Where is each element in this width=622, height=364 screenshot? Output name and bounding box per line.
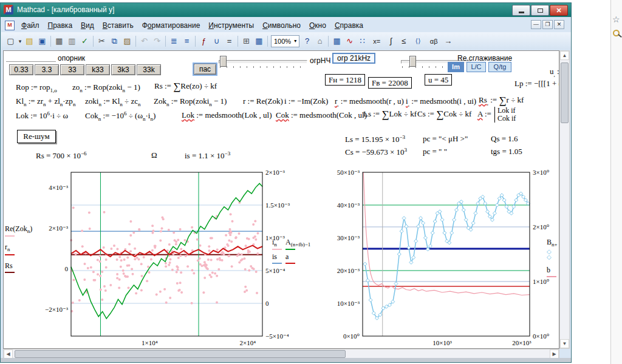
spell-check-icon[interactable]: ✓ xyxy=(78,35,91,47)
lc-button[interactable]: L/C xyxy=(466,62,486,72)
scroll-up-button[interactable]: ▲ xyxy=(560,51,569,60)
new-dropdown-icon[interactable]: ▾ xyxy=(17,35,23,47)
lok-region[interactable]: Lok := 106·i ÷ ω xyxy=(16,110,68,121)
slider-thumb[interactable] xyxy=(409,56,416,67)
menu-edit[interactable]: Правка xyxy=(44,19,77,32)
insert-unit-icon[interactable]: ∪ xyxy=(210,35,223,47)
favorites-star-icon[interactable]: ☆ xyxy=(612,15,620,24)
save-icon[interactable]: ▣ xyxy=(36,35,49,47)
zoki-region[interactable]: zokin := Kln ÷ zcn xyxy=(85,96,141,107)
menu-format[interactable]: Форматирование xyxy=(138,19,205,32)
vertical-scroll-thumb[interactable] xyxy=(561,62,569,123)
calculate-icon[interactable]: = xyxy=(223,35,236,47)
a-cases-region[interactable]: A :=Lok ifCok if xyxy=(477,107,516,123)
open-icon[interactable]: ▤ xyxy=(23,35,36,47)
is-result[interactable]: is = 1.1 × 10−3 xyxy=(185,150,230,161)
i-med-region[interactable]: i, := medsmooth(i , ui) xyxy=(406,96,476,107)
math-symbolic-icon[interactable]: → xyxy=(442,35,454,47)
undo-icon[interactable]: ↶ xyxy=(138,35,151,47)
cok-n-region[interactable]: Cokn := −106 ÷ (ωn·in) xyxy=(85,110,156,122)
tgs-result[interactable]: tgs = 1.05 xyxy=(491,147,522,157)
qs-result[interactable]: Qs = 1.6 xyxy=(491,134,518,144)
horizontal-scroll-thumb[interactable] xyxy=(15,350,346,358)
u-top-region[interactable]: u, := xyxy=(550,67,559,78)
ls-result[interactable]: Ls = 15.195 × 10−3 xyxy=(345,134,405,144)
insert-function-icon[interactable]: ƒ xyxy=(197,35,210,47)
scroll-down-button[interactable]: ▼ xyxy=(560,339,569,348)
rs-result[interactable]: Rs = 700 × 10−6 xyxy=(36,150,86,161)
print-icon[interactable]: ▦ xyxy=(53,35,66,47)
pc1-result[interactable]: pc = "< μH >" xyxy=(423,134,468,144)
resistor-button-k33[interactable]: k33 xyxy=(86,64,110,75)
math-greek-icon[interactable]: αβ xyxy=(426,35,442,47)
fn-region[interactable]: Fн = 1218 xyxy=(325,74,365,86)
pc2-result[interactable]: pc = " " xyxy=(423,147,447,157)
resource-window-icon[interactable]: ⌂ xyxy=(313,35,326,47)
resistor-button-3k3[interactable]: 3k3 xyxy=(111,64,135,75)
zok-region[interactable]: Zokn := Rop(zokin − 1) xyxy=(154,96,227,107)
redo-icon[interactable]: ↷ xyxy=(151,35,163,47)
impedance-chart[interactable]: 1×10⁴2×10⁴4×10⁻³2×10⁻³0−2×10⁻³2×10⁻³1.5×… xyxy=(32,166,299,348)
cs-sum-region[interactable]: Cs := ∑Cok ÷ kf xyxy=(417,109,471,121)
r-region[interactable]: r := Re(Zok) xyxy=(243,96,283,106)
im-button[interactable]: Im xyxy=(448,62,464,72)
resistor-button-33[interactable]: 33 xyxy=(60,64,84,75)
menu-view[interactable]: Вид xyxy=(77,19,98,32)
u-region[interactable]: u = 45 xyxy=(425,74,452,86)
slider-thumb[interactable] xyxy=(220,56,227,67)
mdi-minimize-button[interactable]: — xyxy=(531,20,541,29)
align-down-icon[interactable]: ≡ xyxy=(180,35,193,47)
help-icon[interactable]: ? xyxy=(301,35,313,47)
data-table-icon[interactable]: ▦ xyxy=(253,35,265,47)
qtg-button[interactable]: Q/tg xyxy=(488,62,511,72)
zo-region[interactable]: zon := Rop(zokin − 1) xyxy=(72,83,140,93)
math-boolean-icon[interactable]: ≤ xyxy=(397,35,410,47)
pas-button[interactable]: пас xyxy=(194,64,216,75)
component-wizard-icon[interactable]: ⊞ xyxy=(240,35,253,47)
align-across-icon[interactable]: ≣ xyxy=(168,35,180,47)
password-key-icon[interactable] xyxy=(612,29,622,39)
menu-symbolics[interactable]: Символьно xyxy=(258,19,305,32)
paste-icon[interactable]: ▨ xyxy=(121,35,134,47)
rs-sum-region[interactable]: Rs := ∑Re(zo) ÷ kf xyxy=(154,81,217,93)
worksheet[interactable]: опорник 0.333.333k333k333k пас огрНЧ огр… xyxy=(3,50,559,349)
math-matrix-icon[interactable]: ∷ xyxy=(356,35,369,47)
lp-region[interactable]: Lp := −[[[1 + (1 + Rop + 1 ÷ Rs) ÷ xyxy=(514,79,559,89)
print-preview-icon[interactable]: ▥ xyxy=(66,35,78,47)
re-noise-button[interactable]: Re-шум xyxy=(17,130,56,143)
document-icon[interactable]: M xyxy=(5,21,15,30)
mdi-close-button[interactable]: ✕ xyxy=(554,20,564,29)
inductance-chart[interactable]: 10×10³20×10³50×10⁻³40×10⁻³30×10⁻³20×10⁻³… xyxy=(329,166,559,348)
copy-icon[interactable]: ⧉ xyxy=(108,35,121,47)
r-med-region[interactable]: r, := medsmooth(r , u) xyxy=(335,96,404,107)
rs-med-region[interactable]: Rs, := ∑r ÷ kf xyxy=(479,95,524,107)
ogrnch-slider[interactable] xyxy=(215,55,311,68)
slider-track[interactable] xyxy=(219,60,307,64)
mdi-restore-button[interactable]: ❐ xyxy=(542,20,553,29)
math-calculator-icon[interactable]: ▦ xyxy=(330,35,343,47)
math-programming-icon[interactable]: ⟨⟩ xyxy=(410,35,426,47)
cs-result[interactable]: Cs = −59.673 × 103 xyxy=(345,147,407,157)
zoom-select[interactable]: 100%▾ xyxy=(271,35,299,47)
menu-insert[interactable]: Вставить xyxy=(98,19,138,32)
scroll-left-button[interactable]: ◀ xyxy=(4,349,13,359)
ls-sum-region[interactable]: Ls := ∑Lok ÷ kf xyxy=(363,109,417,121)
rop-region[interactable]: Rop := rop1,o xyxy=(16,83,57,93)
ogr-21khz-button[interactable]: огр 21kHz xyxy=(332,53,375,64)
math-evaluation-icon[interactable]: x= xyxy=(369,35,384,47)
lok-med-region[interactable]: Lok := medsmooth(Lok , ul) xyxy=(182,110,272,120)
resistor-button-3_3[interactable]: 3.3 xyxy=(35,64,59,75)
menu-file[interactable]: Файл xyxy=(17,19,44,32)
menu-tools[interactable]: Инструменты xyxy=(204,19,258,32)
kl-region[interactable]: Kln := zrn + zln·zpn xyxy=(16,96,75,107)
menu-help[interactable]: Справка xyxy=(330,19,367,32)
maximize-button[interactable] xyxy=(531,5,549,16)
scroll-right-button[interactable]: ▶ xyxy=(550,349,559,359)
resistor-button-0_33[interactable]: 0.33 xyxy=(9,64,33,75)
resistor-button-33k[interactable]: 33k xyxy=(137,64,161,75)
i-region[interactable]: i := −Im(Zok) xyxy=(284,96,328,106)
close-button[interactable]: ✕ xyxy=(550,5,568,16)
menu-window[interactable]: Окно xyxy=(305,19,330,32)
minimize-button[interactable] xyxy=(512,5,530,16)
cok-med-region[interactable]: Cok := medsmooth(Cok , ul) xyxy=(276,110,367,120)
